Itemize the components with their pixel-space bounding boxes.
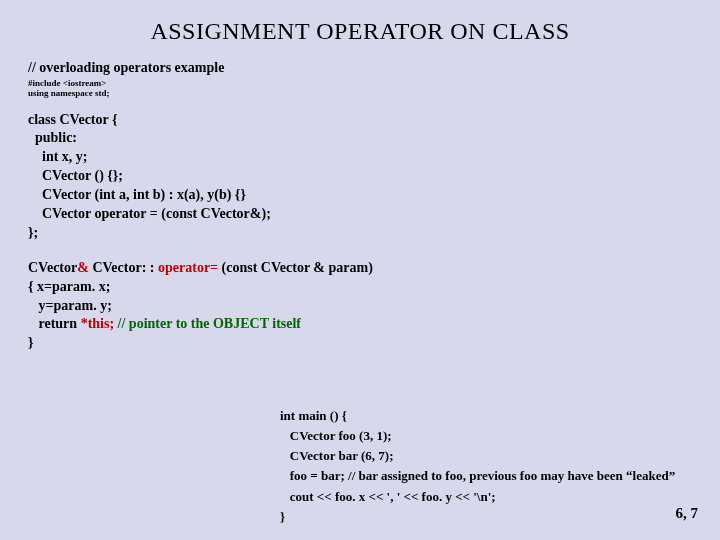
- op-line: { x=param. x;: [28, 278, 692, 297]
- op-ret-type: CVector: [28, 260, 77, 275]
- class-line: CVector (int a, int b) : x(a), y(b) {}: [28, 186, 692, 205]
- class-line: class CVector {: [28, 111, 692, 130]
- main-line: }: [280, 507, 710, 527]
- spacer: [28, 99, 692, 111]
- class-line: CVector operator = (const CVector&);: [28, 205, 692, 224]
- operator-def-block: CVector& CVector: : operator= (const CVe…: [28, 259, 692, 353]
- op-return-comment: // pointer to the OBJECT itself: [114, 316, 301, 331]
- main-line: foo = bar; // bar assigned to foo, previ…: [280, 466, 710, 486]
- main-block: int main () { CVector foo (3, 1); CVecto…: [280, 406, 710, 527]
- program-output: 6, 7: [676, 505, 699, 522]
- op-line: }: [28, 334, 692, 353]
- class-line: CVector () {};: [28, 167, 692, 186]
- spacer: [28, 243, 692, 255]
- op-ref-amp: &: [77, 260, 89, 275]
- slide: ASSIGNMENT OPERATOR ON CLASS // overload…: [0, 0, 720, 540]
- class-line: };: [28, 224, 692, 243]
- slide-title: ASSIGNMENT OPERATOR ON CLASS: [28, 18, 692, 45]
- op-line: return *this; // pointer to the OBJECT i…: [28, 315, 692, 334]
- op-this: *this;: [81, 316, 114, 331]
- main-line: CVector bar (6, 7);: [280, 446, 710, 466]
- main-line: CVector foo (3, 1);: [280, 426, 710, 446]
- op-line: y=param. y;: [28, 297, 692, 316]
- main-line: cout << foo. x << ', ' << foo. y << '\n'…: [280, 487, 710, 507]
- code-comment: // overloading operators example: [28, 59, 692, 78]
- main-line: int main () {: [280, 406, 710, 426]
- op-line: CVector& CVector: : operator= (const CVe…: [28, 259, 692, 278]
- op-params: (const CVector & param): [218, 260, 373, 275]
- class-line: int x, y;: [28, 148, 692, 167]
- code-include: #include <iostream>: [28, 78, 692, 88]
- op-keyword: operator=: [158, 260, 218, 275]
- code-using: using namespace std;: [28, 88, 692, 98]
- op-scope: CVector: :: [89, 260, 158, 275]
- op-return: return: [28, 316, 81, 331]
- class-line: public:: [28, 129, 692, 148]
